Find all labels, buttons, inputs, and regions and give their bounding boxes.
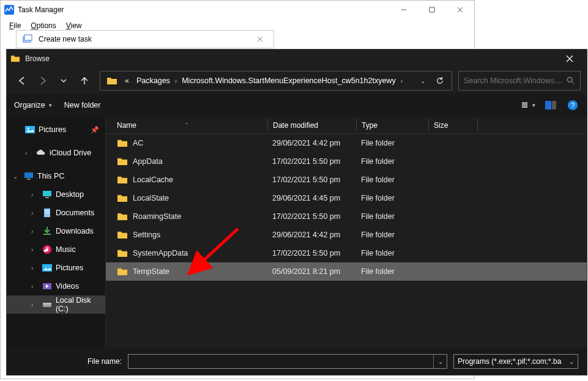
search-icon: [567, 76, 575, 85]
task-manager-titlebar: Task Manager: [1, 1, 474, 19]
minimize-button[interactable]: [390, 1, 418, 19]
tree-label: This PC: [37, 172, 64, 180]
pc-icon: [24, 171, 34, 181]
tree-label: Documents: [56, 209, 94, 217]
svg-rect-25: [45, 197, 49, 198]
column-name[interactable]: Name˄: [117, 121, 267, 130]
tree-icloud[interactable]: › iCloud Drive: [7, 144, 105, 162]
file-row[interactable]: SystemAppData17/02/2021 5:50 pmFile fold…: [106, 244, 587, 262]
cancel-button[interactable]: Cancel: [524, 375, 578, 375]
view-menu-button[interactable]: ▾: [522, 98, 535, 112]
file-row[interactable]: TempState05/09/2021 8:21 pmFile folder: [106, 262, 587, 281]
forward-button[interactable]: [34, 72, 52, 90]
new-folder-button[interactable]: New folder: [64, 101, 101, 109]
svg-rect-27: [45, 210, 49, 211]
tree-label: Pictures: [39, 125, 66, 134]
search-input[interactable]: [464, 76, 567, 85]
documents-icon: [42, 208, 52, 218]
folder-icon: [117, 157, 128, 166]
folder-icon: [117, 248, 128, 258]
address-bar[interactable]: « Packages › Microsoft.Windows.StartMenu…: [100, 71, 452, 91]
search-box[interactable]: [458, 71, 581, 91]
downloads-icon: [42, 226, 52, 236]
tree-local-disk[interactable]: ›Local Disk (C:): [7, 295, 105, 314]
file-name: RoamingState: [133, 212, 181, 221]
file-name-label: File name:: [83, 357, 122, 366]
folder-icon: [106, 75, 117, 86]
file-row[interactable]: AC29/06/2021 4:42 pmFile folder: [106, 134, 587, 152]
tree-desktop[interactable]: ›Desktop: [7, 185, 105, 204]
breadcrumb-current[interactable]: Microsoft.Windows.StartMenuExperienceHos…: [178, 72, 399, 90]
file-list: Name˄ Date modified Type Size AC29/06/20…: [106, 117, 587, 348]
column-date[interactable]: Date modified: [267, 119, 356, 131]
refresh-button[interactable]: [431, 76, 449, 85]
folder-icon: [117, 138, 128, 148]
chevron-right-icon: ›: [31, 210, 39, 216]
svg-rect-17: [552, 101, 556, 109]
file-date: 29/06/2021 4:45 pm: [267, 194, 356, 202]
folder-open-icon: [10, 54, 20, 64]
svg-rect-23: [27, 179, 31, 180]
file-name: TempState: [133, 267, 169, 276]
address-dropdown[interactable]: ⌄: [415, 72, 431, 90]
run-icon: [23, 34, 32, 44]
tree-downloads[interactable]: ›Downloads: [7, 222, 105, 240]
tree-label: Local Disk (C:): [56, 296, 105, 313]
close-button[interactable]: [446, 1, 474, 19]
music-icon: [42, 245, 52, 254]
browse-titlebar: Browse: [7, 50, 587, 68]
file-type: File folder: [356, 212, 428, 221]
file-type: File folder: [356, 267, 428, 276]
organize-menu[interactable]: Organize▾: [14, 101, 52, 109]
sort-indicator-icon: ˄: [185, 122, 188, 128]
chevron-right-icon: ›: [31, 265, 39, 272]
open-button[interactable]: Open: [464, 375, 518, 375]
file-type: File folder: [356, 249, 428, 257]
tree-videos[interactable]: ›Videos: [7, 277, 105, 295]
file-name: LocalCache: [133, 176, 173, 184]
chevron-right-icon: ›: [31, 301, 39, 308]
tree-pictures-2[interactable]: ›Pictures: [7, 259, 105, 277]
create-task-close-button[interactable]: [247, 31, 274, 48]
file-row[interactable]: AppData17/02/2021 5:50 pmFile folder: [106, 152, 587, 171]
file-name: AppData: [133, 157, 163, 166]
help-button[interactable]: ?: [566, 98, 579, 112]
file-row[interactable]: Settings29/06/2021 4:42 pmFile folder: [106, 226, 587, 244]
column-size[interactable]: Size: [428, 119, 477, 131]
breadcrumb-ellipsis[interactable]: «: [121, 72, 133, 90]
up-button[interactable]: [75, 72, 94, 90]
browse-close-button[interactable]: [556, 50, 583, 67]
column-type[interactable]: Type: [356, 119, 428, 131]
chevron-right-icon: ›: [400, 78, 404, 84]
pictures-icon: [25, 125, 35, 135]
file-name-dropdown[interactable]: ⌄: [433, 355, 447, 368]
file-date: 29/06/2021 4:42 pm: [267, 231, 356, 239]
preview-pane-button[interactable]: [544, 98, 557, 112]
svg-text:?: ?: [571, 102, 575, 109]
back-button[interactable]: [13, 72, 31, 90]
file-name-input[interactable]: ⌄: [128, 354, 447, 369]
chevron-right-icon: ›: [174, 78, 178, 84]
file-type-filter[interactable]: Programs (*.exe;*.pif;*.com;*.ba⌄: [453, 354, 578, 369]
maximize-button[interactable]: [418, 1, 446, 19]
tree-this-pc[interactable]: ⌄ This PC: [7, 167, 105, 185]
file-date: 17/02/2021 5:50 pm: [267, 157, 356, 166]
tree-label: Videos: [56, 282, 79, 290]
file-name: LocalState: [133, 194, 169, 202]
folder-icon: [117, 212, 128, 221]
folder-icon: [117, 193, 128, 203]
breadcrumb-packages[interactable]: Packages: [133, 72, 174, 90]
file-row[interactable]: RoamingState17/02/2021 5:50 pmFile folde…: [106, 207, 587, 226]
tree-documents[interactable]: ›Documents: [7, 204, 105, 222]
task-manager-icon: [4, 5, 14, 15]
file-row[interactable]: LocalState29/06/2021 4:45 pmFile folder: [106, 189, 587, 207]
file-row[interactable]: LocalCache17/02/2021 5:50 pmFile folder: [106, 171, 587, 189]
tree-music[interactable]: ›Music: [7, 240, 105, 259]
tree-pictures[interactable]: Pictures 📌: [7, 120, 105, 139]
file-date: 05/09/2021 8:21 pm: [267, 267, 356, 276]
folder-icon: [117, 267, 128, 276]
svg-point-11: [567, 77, 572, 82]
recent-locations-button[interactable]: [54, 72, 73, 90]
svg-rect-15: [522, 106, 527, 108]
browse-dialog: Browse « Packages › Microsoft.Windows.St…: [6, 49, 587, 375]
